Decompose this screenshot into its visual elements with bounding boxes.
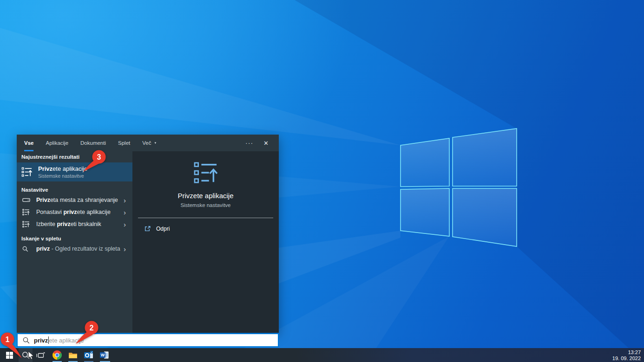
taskbar: W 13:27 19. 09. 2022 xyxy=(0,348,644,362)
clock-date: 19. 09. 2022 xyxy=(612,356,641,362)
file-explorer-icon xyxy=(68,350,78,360)
task-view-button[interactable] xyxy=(33,348,47,362)
result-web-search[interactable]: privz - Ogled rezultatov iz spleta › xyxy=(17,243,132,255)
word-taskbar-icon[interactable]: W xyxy=(99,348,111,362)
callout-3: 3 xyxy=(79,149,108,175)
chevron-right-icon[interactable]: › xyxy=(121,209,129,216)
svg-text:W: W xyxy=(101,353,105,357)
tab-vec[interactable]: Več ▼ xyxy=(142,135,158,151)
result-izberite-brskalnik[interactable]: Izberite privzeti brskalnik › xyxy=(17,218,132,230)
search-typed-text: privz xyxy=(34,337,48,344)
search-panel: Vse Aplikacije Dokumenti Splet Več ▼ ···… xyxy=(17,135,279,333)
result-label: Privzeta mesta za shranjevanje xyxy=(36,197,118,203)
result-label: privz - Ogled rezultatov iz spleta xyxy=(36,246,120,252)
word-icon: W xyxy=(100,350,109,360)
chevron-down-icon: ▼ xyxy=(154,142,157,145)
preview-subtitle: Sistemske nastavitve xyxy=(180,202,230,208)
preview-title: Privzete aplikacije xyxy=(177,192,233,200)
tab-splet[interactable]: Splet xyxy=(118,135,130,151)
chevron-right-icon[interactable]: › xyxy=(121,246,129,252)
taskbar-clock[interactable]: 13:27 19. 09. 2022 xyxy=(612,349,641,361)
desktop: Vse Aplikacije Dokumenti Splet Več ▼ ···… xyxy=(0,0,644,362)
search-tabs-row: Vse Aplikacije Dokumenti Splet Več ▼ ···… xyxy=(17,135,279,151)
result-label: Ponastavi privzete aplikacije xyxy=(36,209,111,215)
section-header-web: Iskanje v spletu xyxy=(17,234,132,243)
taskbar-search-input[interactable]: privz ete aplikacije xyxy=(17,333,279,347)
preview-divider xyxy=(138,218,273,218)
more-options-icon[interactable]: ··· xyxy=(239,139,260,147)
close-icon[interactable]: ✕ xyxy=(260,140,272,147)
open-window-icon xyxy=(144,225,151,232)
tab-vse[interactable]: Vse xyxy=(24,135,33,151)
default-apps-icon xyxy=(22,221,30,228)
storage-icon xyxy=(22,197,30,204)
section-header-settings: Nastavitve xyxy=(17,186,132,194)
default-apps-icon xyxy=(21,167,33,177)
clock-time: 13:27 xyxy=(612,349,641,356)
chrome-icon xyxy=(53,350,62,360)
file-explorer-taskbar-icon[interactable] xyxy=(67,348,79,362)
chevron-right-icon[interactable]: › xyxy=(121,197,129,204)
outlook-icon xyxy=(84,350,93,360)
search-panel-body: Najustreznejši rezultati xyxy=(17,151,279,333)
result-privzete-aplikacije[interactable]: Privzete aplikacije Sistemske nastavitve xyxy=(17,162,132,181)
open-action-label: Odpri xyxy=(156,226,170,232)
svg-text:2: 2 xyxy=(90,324,94,332)
callout-1: 1 xyxy=(0,331,29,361)
tab-label: Vse xyxy=(24,140,33,146)
search-icon xyxy=(22,246,30,252)
outlook-taskbar-icon[interactable] xyxy=(83,348,95,362)
svg-text:1: 1 xyxy=(6,336,10,343)
callout-2: 2 xyxy=(71,321,101,347)
chevron-right-icon[interactable]: › xyxy=(121,221,129,228)
default-apps-icon xyxy=(22,209,30,216)
result-ponastavi-privzete[interactable]: Ponastavi privzete aplikacije › xyxy=(17,206,132,218)
result-label: Izberite privzeti brskalnik xyxy=(36,221,101,227)
preview-pane: Privzete aplikacije Sistemske nastavitve… xyxy=(132,151,279,333)
default-apps-icon xyxy=(193,162,219,185)
task-view-icon xyxy=(36,351,45,359)
active-tab-indicator xyxy=(24,150,33,151)
result-privzeta-mesta[interactable]: Privzeta mesta za shranjevanje › xyxy=(17,194,132,206)
results-list: Najustreznejši rezultati xyxy=(17,151,132,333)
svg-text:3: 3 xyxy=(97,153,101,161)
tab-aplikacije[interactable]: Aplikacije xyxy=(46,135,68,151)
section-header-best: Najustreznejši rezultati xyxy=(17,151,132,162)
chrome-taskbar-icon[interactable] xyxy=(51,348,63,362)
open-action[interactable]: Odpri xyxy=(132,225,170,232)
